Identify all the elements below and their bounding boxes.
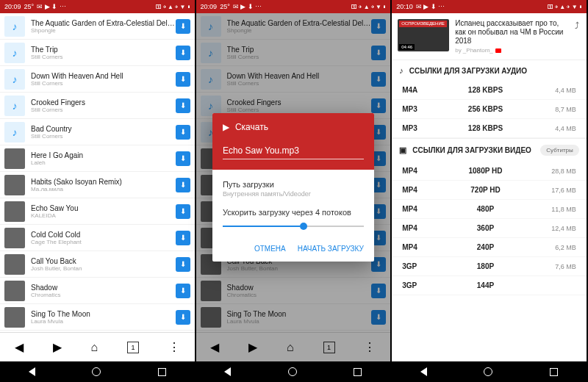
download-button[interactable]: ⬇ [176, 19, 190, 34]
track-artist: Shpongle [31, 27, 176, 34]
sys-recent-icon[interactable] [354, 368, 362, 376]
track-row[interactable]: Echo Saw YouKALEIDA⬇ [0, 198, 195, 225]
download-button[interactable]: ⬇ [176, 125, 190, 140]
sys-home-icon[interactable] [484, 367, 492, 376]
format-size: 28,8 MB [539, 167, 576, 175]
track-title: Sing To The Moon [31, 310, 176, 318]
album-art [4, 175, 25, 195]
album-art [4, 254, 25, 275]
tabs-button[interactable]: 1 [127, 342, 139, 353]
format-ext: MP4 [402, 205, 431, 213]
sys-back-icon[interactable] [29, 367, 35, 376]
sys-recent-icon[interactable] [550, 368, 558, 376]
format-row[interactable]: 3GP180P7,6 MB [392, 257, 587, 276]
cancel-button[interactable]: ОТМЕНА [254, 245, 286, 253]
sys-home-icon[interactable] [288, 367, 297, 376]
track-row[interactable]: ♪Down With Heaven And HellStill Corners⬇ [0, 66, 195, 93]
path-value[interactable]: Внутренняя память/Videoder [223, 190, 364, 198]
music-note-icon: ♪ [4, 122, 25, 143]
download-button[interactable]: ⬇ [176, 284, 190, 298]
format-quality: 256 KBPS [431, 105, 539, 113]
video-title: Испанец рассказывает про то, как он побы… [455, 19, 567, 46]
track-row[interactable]: ♪The TripStill Corners⬇ [0, 40, 195, 66]
nav-back-icon[interactable]: ◀ [15, 340, 24, 354]
format-row[interactable]: MP4240P6,2 MB [392, 238, 587, 257]
status-bar: 20:10✉ ▶ ⬇ ⋯ ⚿ ◑ ▲ ◑ ▼ ▮ [392, 0, 587, 13]
sys-home-icon[interactable] [92, 367, 101, 376]
download-button[interactable]: ⬇ [176, 72, 190, 87]
track-row[interactable]: ♪Bad CountryStill Corners⬇ [0, 119, 195, 145]
track-title: Echo Saw You [31, 204, 176, 212]
format-row[interactable]: MP3256 KBPS8,7 MB [392, 100, 587, 119]
format-quality: 180P [431, 262, 539, 270]
film-icon: ▣ [399, 145, 406, 155]
format-size: 17,6 MB [539, 187, 576, 194]
video-thumbnail[interactable]: ОСПРОИЗВЕДЕНИЕ 04:46 [398, 19, 449, 51]
download-button[interactable]: ⬇ [176, 98, 190, 113]
home-icon[interactable]: ⌂ [90, 341, 98, 354]
download-button[interactable]: ⬇ [176, 310, 190, 325]
format-row[interactable]: MP41080P HD28,8 MB [392, 162, 587, 181]
track-row[interactable]: Sing To The MoonLaura Mvula⬇ [0, 304, 195, 331]
music-note-icon: ♪ [399, 66, 404, 75]
dialog-scrim[interactable]: ▶Скачать Путь загрузки Внутренняя память… [196, 13, 391, 361]
format-quality: 360P [431, 224, 539, 232]
download-button[interactable]: ⬇ [176, 178, 190, 192]
download-button[interactable]: ⬇ [176, 257, 190, 272]
start-download-button[interactable]: НАЧАТЬ ЗАГРУЗКУ [298, 245, 364, 253]
track-title: The Aquatic Garden of Extra-Celestial De… [31, 19, 176, 27]
nav-forward-icon[interactable]: ▶ [53, 340, 62, 354]
track-row[interactable]: ♪Crooked FingersStill Corners⬇ [0, 93, 195, 119]
format-row[interactable]: MP4360P12,4 MB [392, 219, 587, 238]
format-row[interactable]: 3GP144P [392, 276, 587, 295]
format-ext: 3GP [402, 281, 431, 289]
track-row[interactable]: Call You BackJosh Butler, Bontan⬇ [0, 251, 195, 278]
track-artist: Chromatics [31, 292, 176, 298]
track-row[interactable]: ♪The Aquatic Garden of Extra-Celestial D… [0, 13, 195, 40]
format-quality: 128 KBPS [431, 124, 539, 132]
subtitles-button[interactable]: Субтитры [540, 145, 578, 156]
track-row[interactable]: Cold Cold ColdCage The Elephant⬇ [0, 225, 195, 251]
track-row[interactable]: Habits (Sako Isoyan Remix)Ма.ла.мила⬇ [0, 172, 195, 198]
filename-input[interactable] [223, 143, 364, 159]
status-bar: 20:0925°✉ ▶ ⬇ ⋯ ⚿ ◑ ▲ ◑ ▼ ▮ [196, 0, 391, 13]
download-button[interactable]: ⬇ [176, 151, 190, 166]
playing-badge: ОСПРОИЗВЕДЕНИЕ [399, 21, 447, 27]
track-list[interactable]: ♪The Aquatic Garden of Extra-Celestial D… [0, 13, 195, 332]
threads-slider[interactable] [223, 226, 364, 227]
menu-icon[interactable]: ⋮ [168, 340, 180, 354]
track-title: Cold Cold Cold [31, 231, 176, 239]
format-row[interactable]: M4A128 KBPS4,4 MB [392, 81, 587, 100]
music-note-icon: ♪ [4, 43, 25, 63]
audio-section-header: ♪ ССЫЛКИ ДЛЯ ЗАГРУЗКИ АУДИО [392, 60, 587, 81]
format-size: 7,6 MB [539, 263, 576, 270]
format-row[interactable]: MP4480P11,8 MB [392, 200, 587, 219]
share-icon[interactable]: ⤴ [573, 19, 581, 32]
format-row[interactable]: MP4720P HD17,6 MB [392, 181, 587, 200]
track-title: Bad Country [31, 125, 176, 133]
duration-badge: 04:46 [399, 44, 415, 50]
sys-back-icon[interactable] [224, 367, 231, 376]
path-label: Путь загрузки [223, 180, 364, 189]
track-row[interactable]: ShadowChromatics⬇ [0, 278, 195, 304]
track-artist: Laleh [31, 159, 176, 166]
format-quality: 128 KBPS [431, 86, 539, 94]
download-button[interactable]: ⬇ [176, 204, 190, 219]
track-title: Down With Heaven And Hell [31, 72, 176, 80]
track-artist: Ма.ла.мила [31, 186, 176, 192]
download-button[interactable]: ⬇ [176, 231, 190, 245]
format-quality: 240P [431, 243, 539, 251]
format-ext: 3GP [402, 262, 431, 270]
track-row[interactable]: Here I Go AgainLaleh⬇ [0, 145, 195, 172]
format-size: 12,4 MB [539, 225, 576, 232]
track-artist: Josh Butler, Bontan [31, 265, 176, 272]
sys-recent-icon[interactable] [158, 368, 166, 376]
format-size: 6,2 MB [539, 244, 576, 251]
format-row[interactable]: MP3128 KBPS4,4 MB [392, 119, 587, 138]
track-title: Crooked Fingers [31, 98, 176, 107]
sys-back-icon[interactable] [420, 367, 427, 376]
download-button[interactable]: ⬇ [176, 46, 190, 60]
track-title: Here I Go Again [31, 151, 176, 159]
album-art [4, 201, 25, 222]
track-title: Habits (Sako Isoyan Remix) [31, 178, 176, 186]
